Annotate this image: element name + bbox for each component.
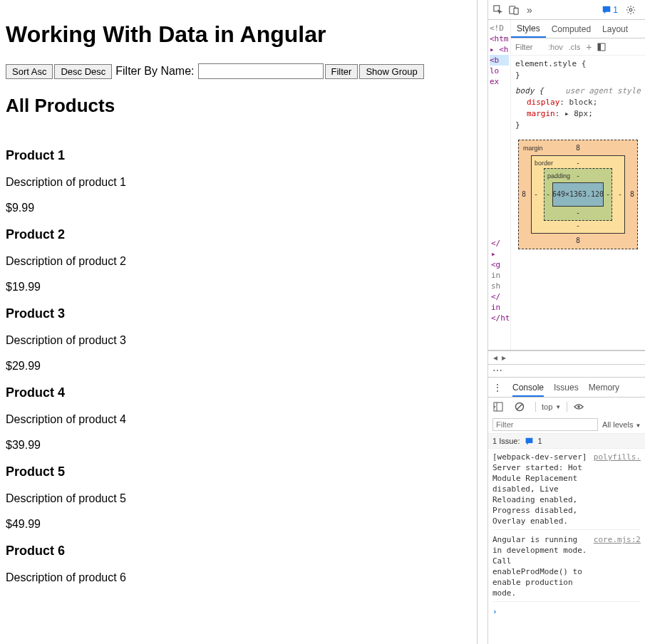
styles-panel: Styles Computed Layout :hov .cls + eleme… [511,20,645,350]
styles-panel-tabs: Styles Computed Layout [511,20,645,38]
product-desc: Description of product 1 [6,176,471,189]
product-name: Product 4 [6,385,471,400]
box-border-label: border [535,157,553,169]
product-price: $9.99 [6,202,471,214]
styles-filter-input[interactable] [514,42,542,52]
dom-line[interactable]: sh [491,281,507,291]
elements-tree[interactable]: <!D <htm ▸ <h <b lo ex </ ▸ <g in sh </ … [488,20,511,350]
product-name: Product 2 [6,227,471,242]
chevron-down-icon: ▼ [635,422,641,429]
elements-breadcrumb: ◂ ▸ [488,350,645,365]
product-list: Product 1Description of product 1$9.99Pr… [6,148,471,584]
svg-rect-2 [514,8,518,14]
console-sidebar-icon[interactable] [492,401,504,412]
console-output[interactable]: [webpack-dev-server] Server started: Hot… [488,449,645,644]
toggle-panel-icon[interactable] [597,43,606,51]
product-desc: Description of product 5 [6,492,471,505]
issues-bar-count: 1 [538,437,542,445]
product-item: Product 6Description of product 6 [6,544,471,584]
box-padding-label: padding [547,170,570,182]
product-name: Product 6 [6,544,471,559]
filter-input[interactable] [198,63,324,79]
brace-close: } [515,120,520,130]
brace-close: } [515,71,520,80]
product-name: Product 5 [6,464,471,479]
svg-line-10 [628,12,629,13]
product-price: $39.99 [6,439,471,452]
console-drawer: ⋮ Console Issues Memory top ▼ [488,378,645,644]
product-price: $49.99 [6,518,471,531]
box-border-left: - [534,189,538,200]
issues-indicator[interactable]: 1 [602,5,618,15]
breadcrumb-right-icon[interactable]: ▸ [500,353,508,362]
dom-line[interactable]: in [491,302,507,313]
devtools-toolbar: » 1 [488,0,645,20]
dom-line[interactable]: <htm [490,33,509,44]
clear-console-icon[interactable] [514,401,525,412]
breadcrumb-left-icon[interactable]: ◂ [491,353,500,362]
dom-line[interactable]: </ [491,291,507,302]
css-val-margin: 8px [574,109,588,118]
plus-icon[interactable]: + [586,41,592,53]
hov-toggle[interactable]: :hov [548,43,563,51]
more-tabs-icon[interactable]: » [524,4,535,16]
product-desc: Description of product 6 [6,571,471,584]
device-toolbar-icon[interactable] [508,4,520,16]
log-levels-selector[interactable]: All levels ▼ [602,420,641,429]
cls-toggle[interactable]: .cls [569,43,581,51]
dom-line[interactable]: ▸ <g [491,249,507,270]
drawer-menu-icon[interactable]: ⋮ [492,382,502,393]
inspect-element-icon[interactable] [492,4,504,16]
issues-bar[interactable]: 1 Issue: 1 [488,433,645,449]
styles-rules[interactable]: element.style { } body { user agent styl… [511,56,645,255]
dom-line[interactable]: <!D [490,23,509,33]
product-item: Product 5Description of product 5$49.99 [6,464,471,531]
box-border-right: - [618,189,622,200]
svg-point-3 [629,9,632,11]
page-title: Working With Data in Angular [6,21,471,48]
tab-layout[interactable]: Layout [597,20,634,38]
box-content-size: 649×1363.120 [552,182,604,207]
tab-computed[interactable]: Computed [546,20,597,38]
sort-asc-button[interactable]: Sort Asc [6,64,53,79]
chevron-down-icon: ▼ [555,404,561,410]
box-model-diagram[interactable]: margin 8 8 8 8 border - - - - paddin [518,140,638,249]
dom-line[interactable]: lo [490,66,509,76]
console-row: Angular is running in development mode. … [492,534,641,602]
dom-line-selected[interactable]: <b [490,55,509,66]
console-prompt-icon[interactable]: › [492,607,497,616]
show-group-button[interactable]: Show Group [359,64,423,79]
dom-line[interactable]: </ [491,238,507,249]
tab-styles[interactable]: Styles [511,20,546,38]
box-padding-left: - [546,189,550,200]
svg-rect-13 [598,43,601,51]
svg-line-11 [633,6,634,7]
overflow-dots[interactable]: ⋯ [488,365,645,378]
dom-line[interactable]: in [491,270,507,281]
tab-memory[interactable]: Memory [589,383,619,393]
eye-icon[interactable] [573,401,584,412]
issues-count: 1 [613,5,618,15]
console-source-link[interactable]: polyfills. [594,452,641,526]
filter-label: Filter By Name: [115,65,194,78]
product-price: $29.99 [6,360,471,373]
desc-desc-button[interactable]: Desc Desc [54,64,112,79]
dom-line[interactable]: ex [490,76,509,87]
app-viewport: Working With Data in Angular Sort Asc De… [0,0,478,644]
product-item: Product 4Description of product 4$39.99 [6,385,471,452]
console-message: Angular is running in development mode. … [492,534,588,598]
box-border-top: - [576,157,580,169]
dom-line[interactable]: ▸ <h [490,44,509,55]
filter-button[interactable]: Filter [325,64,358,79]
product-item: Product 2Description of product 2$19.99 [6,227,471,294]
product-name: Product 3 [6,306,471,321]
css-prop-margin: margin [527,109,555,118]
tab-issues[interactable]: Issues [554,383,579,393]
dom-line[interactable]: </ht [491,313,507,323]
console-source-link[interactable]: core.mjs:2 [594,534,641,598]
tab-console[interactable]: Console [512,383,544,397]
console-filter-input[interactable] [492,418,598,431]
console-row: [webpack-dev-server] Server started: Hot… [492,452,641,530]
context-selector[interactable]: top ▼ [542,402,561,411]
gear-icon[interactable] [625,4,636,16]
